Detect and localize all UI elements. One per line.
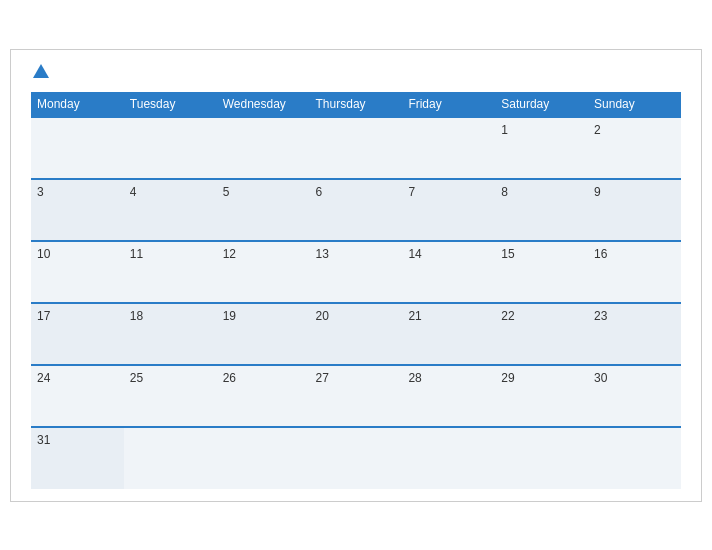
calendar-day-cell — [31, 117, 124, 179]
logo — [31, 66, 49, 78]
day-number: 20 — [316, 309, 329, 323]
calendar-day-cell: 11 — [124, 241, 217, 303]
calendar-day-cell — [124, 117, 217, 179]
day-number: 13 — [316, 247, 329, 261]
calendar-day-cell: 17 — [31, 303, 124, 365]
day-number: 25 — [130, 371, 143, 385]
day-number: 17 — [37, 309, 50, 323]
calendar-day-cell: 14 — [402, 241, 495, 303]
calendar-day-cell — [495, 427, 588, 489]
calendar-day-cell: 1 — [495, 117, 588, 179]
calendar-thead: MondayTuesdayWednesdayThursdayFridaySatu… — [31, 92, 681, 117]
day-number: 1 — [501, 123, 508, 137]
calendar-day-cell: 16 — [588, 241, 681, 303]
calendar-week-row: 10111213141516 — [31, 241, 681, 303]
day-number: 2 — [594, 123, 601, 137]
weekday-header-monday: Monday — [31, 92, 124, 117]
day-number: 30 — [594, 371, 607, 385]
calendar-day-cell: 29 — [495, 365, 588, 427]
calendar-table: MondayTuesdayWednesdayThursdayFridaySatu… — [31, 92, 681, 489]
calendar-day-cell: 4 — [124, 179, 217, 241]
day-number: 8 — [501, 185, 508, 199]
calendar-day-cell — [124, 427, 217, 489]
calendar-week-row: 17181920212223 — [31, 303, 681, 365]
calendar-day-cell: 26 — [217, 365, 310, 427]
calendar-day-cell: 30 — [588, 365, 681, 427]
calendar-day-cell — [588, 427, 681, 489]
calendar-day-cell: 21 — [402, 303, 495, 365]
calendar-day-cell — [217, 427, 310, 489]
calendar-day-cell: 18 — [124, 303, 217, 365]
day-number: 23 — [594, 309, 607, 323]
calendar-day-cell: 31 — [31, 427, 124, 489]
day-number: 7 — [408, 185, 415, 199]
calendar-week-row: 24252627282930 — [31, 365, 681, 427]
day-number: 10 — [37, 247, 50, 261]
calendar-day-cell: 28 — [402, 365, 495, 427]
day-number: 21 — [408, 309, 421, 323]
calendar-day-cell: 22 — [495, 303, 588, 365]
day-number: 12 — [223, 247, 236, 261]
calendar-day-cell — [402, 427, 495, 489]
calendar-day-cell: 10 — [31, 241, 124, 303]
weekday-header-tuesday: Tuesday — [124, 92, 217, 117]
day-number: 22 — [501, 309, 514, 323]
day-number: 5 — [223, 185, 230, 199]
calendar-header — [31, 66, 681, 78]
calendar-day-cell — [217, 117, 310, 179]
calendar-body: 1234567891011121314151617181920212223242… — [31, 117, 681, 489]
day-number: 11 — [130, 247, 143, 261]
calendar-week-row: 31 — [31, 427, 681, 489]
day-number: 24 — [37, 371, 50, 385]
calendar-day-cell: 9 — [588, 179, 681, 241]
weekday-header-thursday: Thursday — [310, 92, 403, 117]
calendar-day-cell: 27 — [310, 365, 403, 427]
calendar-day-cell: 5 — [217, 179, 310, 241]
calendar-week-row: 12 — [31, 117, 681, 179]
day-number: 19 — [223, 309, 236, 323]
day-number: 4 — [130, 185, 137, 199]
weekday-header-friday: Friday — [402, 92, 495, 117]
calendar-day-cell — [310, 117, 403, 179]
calendar-day-cell: 7 — [402, 179, 495, 241]
calendar-day-cell — [402, 117, 495, 179]
day-number: 26 — [223, 371, 236, 385]
calendar-day-cell: 3 — [31, 179, 124, 241]
calendar-day-cell: 19 — [217, 303, 310, 365]
day-number: 27 — [316, 371, 329, 385]
calendar: MondayTuesdayWednesdayThursdayFridaySatu… — [10, 49, 702, 502]
calendar-day-cell: 2 — [588, 117, 681, 179]
day-number: 16 — [594, 247, 607, 261]
weekday-header-sunday: Sunday — [588, 92, 681, 117]
day-number: 6 — [316, 185, 323, 199]
day-number: 15 — [501, 247, 514, 261]
calendar-day-cell: 6 — [310, 179, 403, 241]
weekday-header-row: MondayTuesdayWednesdayThursdayFridaySatu… — [31, 92, 681, 117]
day-number: 9 — [594, 185, 601, 199]
calendar-day-cell: 23 — [588, 303, 681, 365]
logo-triangle-icon — [33, 64, 49, 78]
day-number: 28 — [408, 371, 421, 385]
calendar-day-cell — [310, 427, 403, 489]
calendar-day-cell: 12 — [217, 241, 310, 303]
day-number: 3 — [37, 185, 44, 199]
calendar-week-row: 3456789 — [31, 179, 681, 241]
calendar-day-cell: 15 — [495, 241, 588, 303]
calendar-day-cell: 13 — [310, 241, 403, 303]
calendar-day-cell: 8 — [495, 179, 588, 241]
day-number: 14 — [408, 247, 421, 261]
day-number: 29 — [501, 371, 514, 385]
weekday-header-saturday: Saturday — [495, 92, 588, 117]
weekday-header-wednesday: Wednesday — [217, 92, 310, 117]
day-number: 18 — [130, 309, 143, 323]
calendar-day-cell: 24 — [31, 365, 124, 427]
calendar-day-cell: 25 — [124, 365, 217, 427]
day-number: 31 — [37, 433, 50, 447]
calendar-day-cell: 20 — [310, 303, 403, 365]
